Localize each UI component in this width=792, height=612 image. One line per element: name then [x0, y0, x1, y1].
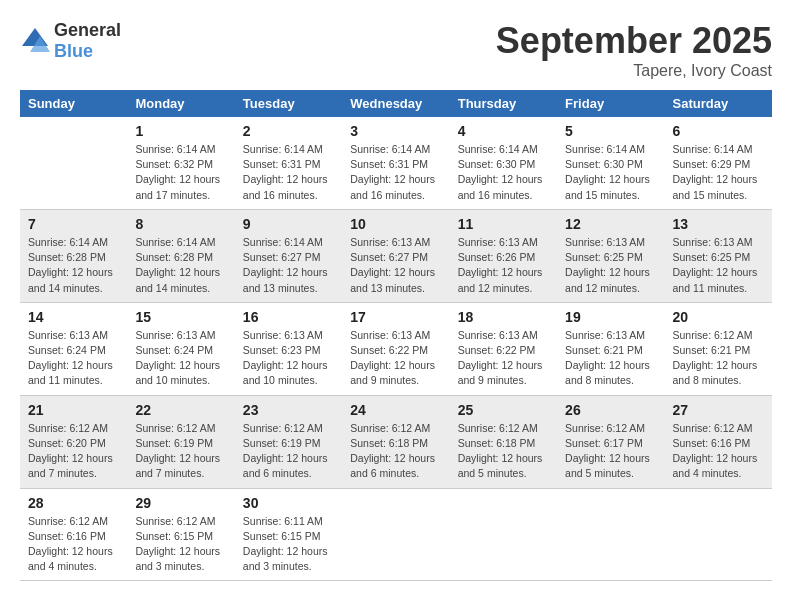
day-number: 9	[243, 216, 334, 232]
calendar-cell: 25Sunrise: 6:12 AMSunset: 6:18 PMDayligh…	[450, 395, 557, 488]
day-info: Sunrise: 6:13 AMSunset: 6:25 PMDaylight:…	[565, 235, 656, 296]
calendar-cell: 12Sunrise: 6:13 AMSunset: 6:25 PMDayligh…	[557, 209, 664, 302]
day-info: Sunrise: 6:14 AMSunset: 6:30 PMDaylight:…	[458, 142, 549, 203]
day-number: 20	[673, 309, 764, 325]
day-info: Sunrise: 6:12 AMSunset: 6:16 PMDaylight:…	[28, 514, 119, 575]
day-info: Sunrise: 6:13 AMSunset: 6:25 PMDaylight:…	[673, 235, 764, 296]
calendar-cell: 11Sunrise: 6:13 AMSunset: 6:26 PMDayligh…	[450, 209, 557, 302]
day-info: Sunrise: 6:12 AMSunset: 6:20 PMDaylight:…	[28, 421, 119, 482]
day-info: Sunrise: 6:13 AMSunset: 6:22 PMDaylight:…	[350, 328, 441, 389]
day-number: 13	[673, 216, 764, 232]
title-area: September 2025 Tapere, Ivory Coast	[496, 20, 772, 80]
day-info: Sunrise: 6:13 AMSunset: 6:26 PMDaylight:…	[458, 235, 549, 296]
day-info: Sunrise: 6:12 AMSunset: 6:18 PMDaylight:…	[458, 421, 549, 482]
day-info: Sunrise: 6:12 AMSunset: 6:17 PMDaylight:…	[565, 421, 656, 482]
day-info: Sunrise: 6:13 AMSunset: 6:21 PMDaylight:…	[565, 328, 656, 389]
week-row-5: 28Sunrise: 6:12 AMSunset: 6:16 PMDayligh…	[20, 488, 772, 581]
calendar-cell: 30Sunrise: 6:11 AMSunset: 6:15 PMDayligh…	[235, 488, 342, 581]
calendar-cell: 1Sunrise: 6:14 AMSunset: 6:32 PMDaylight…	[127, 117, 234, 209]
day-info: Sunrise: 6:13 AMSunset: 6:23 PMDaylight:…	[243, 328, 334, 389]
calendar-cell: 2Sunrise: 6:14 AMSunset: 6:31 PMDaylight…	[235, 117, 342, 209]
calendar-cell: 18Sunrise: 6:13 AMSunset: 6:22 PMDayligh…	[450, 302, 557, 395]
calendar-cell: 8Sunrise: 6:14 AMSunset: 6:28 PMDaylight…	[127, 209, 234, 302]
day-info: Sunrise: 6:14 AMSunset: 6:27 PMDaylight:…	[243, 235, 334, 296]
calendar-cell: 26Sunrise: 6:12 AMSunset: 6:17 PMDayligh…	[557, 395, 664, 488]
day-info: Sunrise: 6:12 AMSunset: 6:18 PMDaylight:…	[350, 421, 441, 482]
day-number: 7	[28, 216, 119, 232]
day-info: Sunrise: 6:14 AMSunset: 6:32 PMDaylight:…	[135, 142, 226, 203]
calendar-table: Sunday Monday Tuesday Wednesday Thursday…	[20, 90, 772, 581]
col-saturday: Saturday	[665, 90, 772, 117]
calendar-cell	[342, 488, 449, 581]
day-info: Sunrise: 6:13 AMSunset: 6:27 PMDaylight:…	[350, 235, 441, 296]
day-number: 6	[673, 123, 764, 139]
logo-text: General Blue	[54, 20, 121, 62]
week-row-2: 7Sunrise: 6:14 AMSunset: 6:28 PMDaylight…	[20, 209, 772, 302]
calendar-cell: 13Sunrise: 6:13 AMSunset: 6:25 PMDayligh…	[665, 209, 772, 302]
day-number: 10	[350, 216, 441, 232]
day-info: Sunrise: 6:12 AMSunset: 6:19 PMDaylight:…	[243, 421, 334, 482]
day-number: 26	[565, 402, 656, 418]
calendar-cell	[665, 488, 772, 581]
logo: General Blue	[20, 20, 121, 62]
logo-icon	[20, 26, 50, 56]
day-info: Sunrise: 6:14 AMSunset: 6:31 PMDaylight:…	[243, 142, 334, 203]
month-title: September 2025	[496, 20, 772, 62]
calendar-cell: 9Sunrise: 6:14 AMSunset: 6:27 PMDaylight…	[235, 209, 342, 302]
calendar-cell: 19Sunrise: 6:13 AMSunset: 6:21 PMDayligh…	[557, 302, 664, 395]
calendar-cell: 22Sunrise: 6:12 AMSunset: 6:19 PMDayligh…	[127, 395, 234, 488]
day-number: 11	[458, 216, 549, 232]
day-number: 17	[350, 309, 441, 325]
col-thursday: Thursday	[450, 90, 557, 117]
calendar-cell: 27Sunrise: 6:12 AMSunset: 6:16 PMDayligh…	[665, 395, 772, 488]
calendar-cell	[20, 117, 127, 209]
calendar-cell: 3Sunrise: 6:14 AMSunset: 6:31 PMDaylight…	[342, 117, 449, 209]
day-number: 14	[28, 309, 119, 325]
header-row: Sunday Monday Tuesday Wednesday Thursday…	[20, 90, 772, 117]
week-row-3: 14Sunrise: 6:13 AMSunset: 6:24 PMDayligh…	[20, 302, 772, 395]
day-number: 1	[135, 123, 226, 139]
calendar-cell: 10Sunrise: 6:13 AMSunset: 6:27 PMDayligh…	[342, 209, 449, 302]
calendar-cell: 23Sunrise: 6:12 AMSunset: 6:19 PMDayligh…	[235, 395, 342, 488]
day-info: Sunrise: 6:14 AMSunset: 6:28 PMDaylight:…	[135, 235, 226, 296]
day-number: 3	[350, 123, 441, 139]
day-info: Sunrise: 6:14 AMSunset: 6:29 PMDaylight:…	[673, 142, 764, 203]
day-info: Sunrise: 6:12 AMSunset: 6:19 PMDaylight:…	[135, 421, 226, 482]
day-info: Sunrise: 6:13 AMSunset: 6:22 PMDaylight:…	[458, 328, 549, 389]
calendar-cell	[557, 488, 664, 581]
col-tuesday: Tuesday	[235, 90, 342, 117]
day-number: 28	[28, 495, 119, 511]
day-number: 15	[135, 309, 226, 325]
week-row-4: 21Sunrise: 6:12 AMSunset: 6:20 PMDayligh…	[20, 395, 772, 488]
calendar-cell: 14Sunrise: 6:13 AMSunset: 6:24 PMDayligh…	[20, 302, 127, 395]
col-monday: Monday	[127, 90, 234, 117]
calendar-cell: 17Sunrise: 6:13 AMSunset: 6:22 PMDayligh…	[342, 302, 449, 395]
day-info: Sunrise: 6:14 AMSunset: 6:30 PMDaylight:…	[565, 142, 656, 203]
day-number: 24	[350, 402, 441, 418]
calendar-cell	[450, 488, 557, 581]
col-friday: Friday	[557, 90, 664, 117]
col-sunday: Sunday	[20, 90, 127, 117]
calendar-cell: 21Sunrise: 6:12 AMSunset: 6:20 PMDayligh…	[20, 395, 127, 488]
day-number: 4	[458, 123, 549, 139]
calendar-cell: 24Sunrise: 6:12 AMSunset: 6:18 PMDayligh…	[342, 395, 449, 488]
day-number: 16	[243, 309, 334, 325]
day-number: 5	[565, 123, 656, 139]
day-number: 18	[458, 309, 549, 325]
col-wednesday: Wednesday	[342, 90, 449, 117]
day-number: 30	[243, 495, 334, 511]
calendar-cell: 29Sunrise: 6:12 AMSunset: 6:15 PMDayligh…	[127, 488, 234, 581]
calendar-cell: 28Sunrise: 6:12 AMSunset: 6:16 PMDayligh…	[20, 488, 127, 581]
day-number: 21	[28, 402, 119, 418]
calendar-cell: 20Sunrise: 6:12 AMSunset: 6:21 PMDayligh…	[665, 302, 772, 395]
day-number: 23	[243, 402, 334, 418]
day-info: Sunrise: 6:13 AMSunset: 6:24 PMDaylight:…	[135, 328, 226, 389]
logo-blue: Blue	[54, 41, 93, 61]
day-info: Sunrise: 6:12 AMSunset: 6:16 PMDaylight:…	[673, 421, 764, 482]
day-info: Sunrise: 6:12 AMSunset: 6:15 PMDaylight:…	[135, 514, 226, 575]
day-number: 19	[565, 309, 656, 325]
day-number: 12	[565, 216, 656, 232]
day-info: Sunrise: 6:14 AMSunset: 6:28 PMDaylight:…	[28, 235, 119, 296]
logo-general: General	[54, 20, 121, 40]
day-number: 2	[243, 123, 334, 139]
